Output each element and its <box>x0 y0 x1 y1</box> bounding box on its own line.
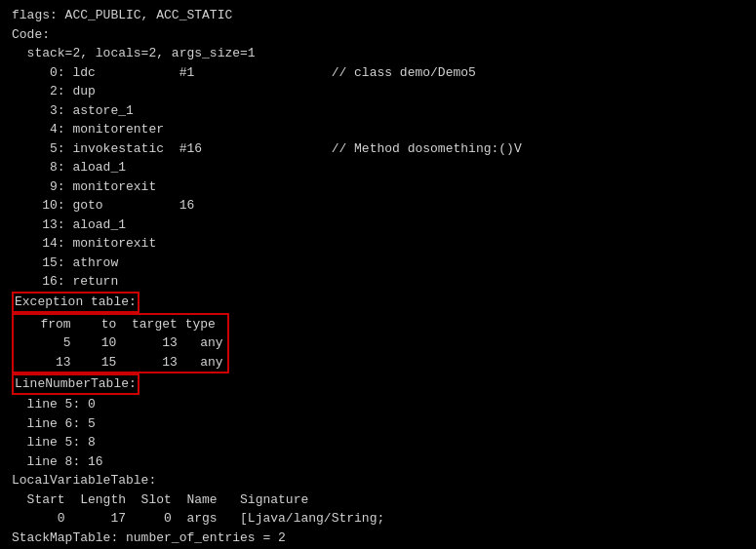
line-code: Code: <box>12 25 744 45</box>
exception-table-content: from to target type 5 10 13 any 13 15 13… <box>12 313 229 374</box>
line-10: 10: goto 16 <box>12 196 744 216</box>
line-linenumber-2: line 6: 5 <box>12 414 744 434</box>
line-4: 4: monitorenter <box>12 120 744 139</box>
exception-table-header: from to target type <box>18 315 223 334</box>
linenumber-table-section: LineNumberTable: <box>12 373 139 395</box>
line-13: 13: aload_1 <box>12 216 744 235</box>
line-9: 9: monitorexit <box>12 177 744 197</box>
line-stackmap: StackMapTable: number_of_entries = 2 <box>12 529 744 548</box>
line-8: 8: aload_1 <box>12 158 744 177</box>
line-16: 16: return <box>12 272 744 292</box>
linenumber-table-label: LineNumberTable: <box>12 373 139 395</box>
exception-table-label: Exception table: <box>12 292 139 313</box>
line-linenumber-3: line 5: 8 <box>12 433 744 452</box>
line-localvariable: LocalVariableTable: <box>12 471 744 490</box>
line-0: 0: ldc #1 // class demo/Demo5 <box>12 63 744 83</box>
line-localvariable-header: Start Length Slot Name Signature <box>12 490 744 510</box>
line-linenumber-4: line 8: 16 <box>12 452 744 472</box>
line-stack: stack=2, locals=2, args_size=1 <box>12 44 744 63</box>
code-container: flags: ACC_PUBLIC, ACC_STATIC Code: stac… <box>0 0 756 549</box>
line-localvariable-row: 0 17 0 args [Ljava/lang/String; <box>12 509 744 529</box>
line-flags: flags: ACC_PUBLIC, ACC_STATIC <box>12 6 744 25</box>
exception-row-1: 5 10 13 any <box>18 333 223 353</box>
exception-table-section: Exception table: <box>12 292 139 313</box>
line-15: 15: athrow <box>12 254 744 273</box>
code-output: flags: ACC_PUBLIC, ACC_STATIC Code: stac… <box>8 4 748 549</box>
exception-row-2: 13 15 13 any <box>18 353 223 373</box>
line-5: 5: invokestatic #16 // Method dosomethin… <box>12 139 744 159</box>
line-linenumber-1: line 5: 0 <box>12 395 744 414</box>
line-2: 2: dup <box>12 82 744 101</box>
line-14: 14: monitorexit <box>12 234 744 254</box>
line-3: 3: astore_1 <box>12 101 744 121</box>
